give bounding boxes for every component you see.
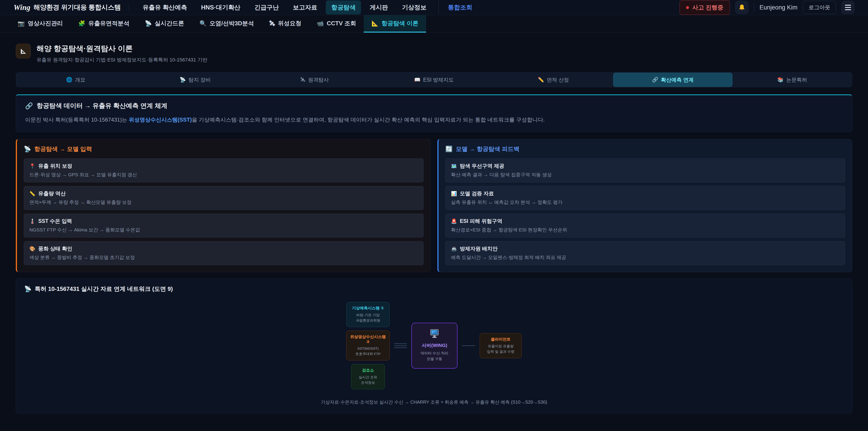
pushpin-icon: 📍 [29,163,35,169]
top-bar-right: 사고 진행중 Eunjeong Kim 로그아웃 [680,0,855,15]
node-wing-server: 서버(WING) 데이터 수신·처리 모델 구동 [411,323,458,369]
model-to-aerial-header: 🔄 모델 → 항공탐색 피드백 [445,145,845,153]
section-tab-bar: 🌐 개요 📡 탐지 장비 🛰 원격탐사 📖 ESI 방제지도 ✏️ 면적 산정 … [16,72,852,87]
books-icon: 📚 [777,77,783,83]
satellite-antenna-icon: 📡 [145,20,152,27]
nav-integrated-search[interactable]: 통합조회 [438,0,477,14]
item-response-resource-deployment: 🚢 방제자원 배치안 예측 도달시간 → 오일펜스·방제정 최적 배치 좌표 제… [445,241,845,265]
sub-nav: 📷 영상사진관리 🧩 유출유면적분석 📡 실시간드론 🔍 오염/선박3D분석 🛰… [0,15,868,33]
ship-icon: 🚢 [451,246,457,251]
link-icon: 🔗 [25,102,33,110]
app-title: 해양환경 위기대응 통합시스템 [33,3,121,12]
network-diagram: 기상예측시스템 ① 바람·기온·기압 국립환경과학원 위성영상수신시스템 ② S… [24,302,844,389]
pill-detection-equipment[interactable]: 📡 탐지 장비 [135,72,255,87]
tab-oil-area-analysis[interactable]: 🧩 유출유면적분석 [70,15,137,33]
network-section-title: 📡 특허 10-1567431 실시간 자료 연계 네트워크 (도면 9) [24,285,844,293]
sst-system-link[interactable]: 위성영상수신시스템(SST) [129,117,192,123]
page-subtitle: 유출유 원격탐지·항공감시 기법·ESI 방제정보지도·등록특허 10-1567… [37,57,207,63]
patent-network-section: 📡 특허 10-1567431 실시간 자료 연계 네트워크 (도면 9) 기상… [16,278,852,413]
linkage-section: 🔗 항공탐색 데이터 → 유출유 확산예측 연계 체계 이문진 박사 특허(등록… [16,94,852,132]
page-header: 해양 항공탐색·원격탐사 이론 유출유 원격탐지·항공감시 기법·ESI 방제정… [16,43,852,63]
alert-dot-icon [686,6,689,9]
tab-realtime-drone[interactable]: 📡 실시간드론 [137,15,192,33]
video-camera-icon: 📹 [317,20,324,27]
item-sst-temperature-input: 🌡️ SST 수온 입력 NGSST FTP 수신 → Akima 보간 → 풍… [24,214,424,238]
tab-image-photo-management[interactable]: 📷 영상사진관리 [10,15,70,33]
item-spill-location-correction: 📍 유출 위치 보정 드론·위성 영상 → GPS 좌표 → 모델 유출지점 갱… [24,158,424,182]
ruler-icon: 📏 [29,191,35,196]
nav-board[interactable]: 게시판 [364,0,393,14]
bell-icon [739,4,745,11]
node-tide-station: 검조소 실시간 조위 조석정보 [351,364,385,389]
nav-report-materials[interactable]: 보고자료 [287,0,322,14]
item-search-priority-zone: 🗺️ 탐색 우선구역 제공 확산 예측 결과 → 다음 탐색 집중구역 자동 생… [445,158,845,182]
pill-area-calculation[interactable]: ✏️ 면적 산정 [494,72,613,87]
magnifier-icon: 🔍 [199,20,207,27]
item-model-validation-data: 📊 모델 검증 자료 실측 유출유 위치 ↔ 예측값 오차 분석 → 정확도 평… [445,186,845,210]
triangle-ruler-icon: 📐 [371,20,378,27]
nav-aerial-search[interactable]: 항공탐색 [326,0,361,14]
menu-button[interactable] [841,1,855,14]
triangle-ruler-icon [16,43,31,59]
tab-satellite-request[interactable]: 🛰 위성요청 [261,15,309,33]
incident-status-label: 사고 진행중 [692,4,723,11]
pill-overview[interactable]: 🌐 개요 [16,72,135,87]
server-computer-icon [429,329,440,339]
pill-esi-response-map[interactable]: 📖 ESI 방제지도 [374,72,494,87]
model-to-aerial-card: 🔄 모델 → 항공탐색 피드백 🗺️ 탐색 우선구역 제공 확산 예측 결과 →… [437,139,852,272]
network-caption: 기상자료·수온자료·조석정보 실시간 수신 → CHARRY 조류 + 취송류 … [24,399,844,405]
aerial-to-model-card: 📡 항공탐색 → 모델 입력 📍 유출 위치 보정 드론·위성 영상 → GPS… [16,139,431,272]
tab-aerial-search-theory[interactable]: 📐 항공탐색 이론 [364,15,426,33]
world-map-icon: 🗺️ [451,163,457,169]
item-esi-damage-risk-zone: 🚨 ESI 피해 위험구역 확산경로×ESI 중첩 → 항공탐색 ESI 현장확… [445,214,845,238]
cycle-icon: 🔄 [445,146,453,153]
satellite-icon: 🛰 [269,20,275,27]
page-title: 해양 항공탐색·원격탐사 이론 [37,43,207,54]
triple-link-connector [394,343,407,348]
pill-prediction-linkage[interactable]: 🔗 확산예측 연계 [613,72,733,87]
pill-papers-patents[interactable]: 📚 논문특허 [733,72,852,87]
notifications-button[interactable] [735,1,748,14]
main-nav: 유출유 확산예측 HNS·대기확산 긴급구난 보고자료 항공탐색 게시판 기상정… [137,0,478,14]
bar-chart-icon: 📊 [451,191,457,196]
divider [129,3,129,12]
nav-oil-spill-prediction[interactable]: 유출유 확산예측 [137,0,193,14]
user-name: Eunjeong Kim [760,4,798,11]
nav-hns-atmospheric-diffusion[interactable]: HNS·대기확산 [195,0,246,14]
top-bar: Wing 해양환경 위기대응 통합시스템 유출유 확산예측 HNS·대기확산 긴… [0,0,868,15]
puzzle-icon: 🧩 [78,20,85,27]
item-weathering-state-check: 🎨 풍화 상태 확인 색상 분류 → 증발비 추정 → 풍화모델 초기값 보정 [24,241,424,265]
open-book-icon: 📖 [414,77,421,83]
app-logo: Wing 해양환경 위기대응 통합시스템 [13,3,121,12]
pencil-icon: ✏️ [538,77,544,83]
single-link-connector [462,345,475,346]
satellite-antenna-icon: 📡 [24,285,31,293]
thermometer-icon: 🌡️ [29,219,35,224]
linkage-section-title: 🔗 항공탐색 데이터 → 유출유 확산예측 연계 체계 [25,101,843,110]
item-spill-volume-back-calculation: 📏 유출량 역산 면적×두께 → 유량 추정 → 확산모델 유출량 보정 [24,186,424,210]
satellite-antenna-icon: 📡 [180,77,186,83]
nav-weather-info[interactable]: 기상정보 [397,0,432,14]
flow-cards-row: 📡 항공탐색 → 모델 입력 📍 유출 위치 보정 드론·위성 영상 → GPS… [16,139,852,272]
logout-button[interactable]: 로그아웃 [803,1,836,14]
aerial-to-model-header: 📡 항공탐색 → 모델 입력 [24,145,424,153]
alert-light-icon: 🚨 [451,219,457,224]
main-content: 해양 항공탐색·원격탐사 이론 유출유 원격탐지·항공감시 기법·ESI 방제정… [0,43,868,413]
menu-icon [845,5,851,10]
logo-wing-icon: Wing [13,3,30,12]
globe-icon: 🌐 [66,77,72,83]
nav-emergency-rescue[interactable]: 긴급구난 [249,0,284,14]
tab-pollution-ship-3d-analysis[interactable]: 🔍 오염/선박3D분석 [192,15,262,33]
satellite-antenna-icon: 📡 [24,146,31,153]
node-weather-forecast-system: 기상예측시스템 ① 바람·기온·기압 국립환경과학원 [346,302,390,327]
linkage-description: 이문진 박사 특허(등록특허 10-1567431)는 위성영상수신시스템(SS… [25,116,843,124]
tab-cctv-view[interactable]: 📹 CCTV 조회 [309,15,364,33]
pill-remote-sensing[interactable]: 🛰 원격탐사 [255,72,374,87]
satellite-icon: 🛰 [301,77,305,83]
palette-icon: 🎨 [29,246,35,251]
incident-status-badge: 사고 진행중 [680,0,730,15]
node-client: 클라이언트 유출지점·유출량 입력 및 결과 수령 [480,333,522,358]
camera-icon: 📷 [18,20,25,27]
divider [754,3,754,12]
node-satellite-image-receiving-system: 위성영상수신시스템 ② SST(NGSST) 토호쿠대학 FTP [346,331,390,361]
